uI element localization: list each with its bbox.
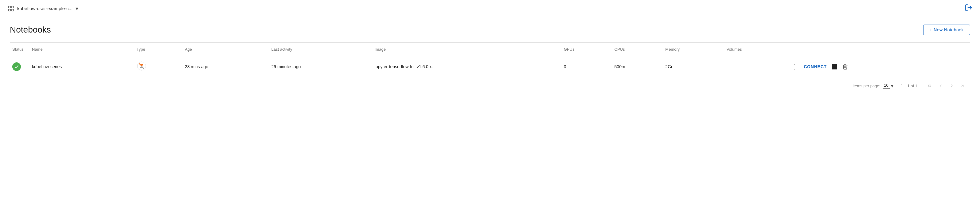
cell-memory: 2Gi: [662, 56, 723, 77]
per-page-value: 10: [883, 83, 889, 88]
cell-volumes: [723, 56, 786, 77]
namespace-label: kubeflow-user-example-c...: [17, 6, 73, 11]
col-cpus: CPUs: [611, 43, 662, 56]
namespace-dropdown-arrow[interactable]: ▾: [76, 5, 78, 12]
next-page-button[interactable]: [947, 81, 957, 91]
new-notebook-button[interactable]: + New Notebook: [923, 25, 970, 35]
table-row: kubeflow-series Jupyter: [10, 56, 970, 77]
per-page-dropdown-arrow: ▾: [891, 83, 893, 89]
items-per-page-control: Items per page: 10 ▾: [853, 83, 893, 89]
col-status: Status: [10, 43, 28, 56]
more-options-button[interactable]: ⋮: [790, 62, 799, 72]
col-volumes: Volumes: [723, 43, 786, 56]
connect-button[interactable]: CONNECT: [804, 64, 827, 69]
svg-point-8: [139, 63, 140, 65]
per-page-selector[interactable]: 10 ▾: [883, 83, 893, 89]
col-age: Age: [181, 43, 268, 56]
svg-rect-3: [12, 9, 14, 11]
cell-last-activity: 29 minutes ago: [268, 56, 371, 77]
page-content: Notebooks + New Notebook Status Name Typ…: [0, 17, 980, 94]
stop-button[interactable]: [832, 64, 837, 69]
cell-image: jupyter-tensorflow-full:v1.6.0-r...: [371, 56, 560, 77]
logout-button[interactable]: [965, 4, 973, 14]
svg-rect-1: [12, 6, 14, 8]
svg-text:Jupyter: Jupyter: [138, 65, 145, 67]
col-actions-header: [786, 43, 970, 56]
col-type: Type: [133, 43, 181, 56]
page-title: Notebooks: [10, 25, 51, 35]
cell-actions: ⋮ CONNECT: [786, 56, 970, 77]
prev-page-button[interactable]: [936, 81, 946, 91]
page-header: Notebooks + New Notebook: [10, 25, 970, 35]
svg-rect-2: [9, 9, 10, 11]
page-range: 1 – 1 of 1: [901, 84, 917, 88]
cell-cpus: 500m: [611, 56, 662, 77]
delete-button[interactable]: [842, 64, 848, 70]
items-per-page-label: Items per page:: [853, 84, 880, 88]
pagination-controls: [925, 81, 968, 91]
table-header: Status Name Type Age Last activity Image…: [10, 43, 970, 56]
notebooks-table: Status Name Type Age Last activity Image…: [10, 42, 970, 94]
first-page-button[interactable]: [925, 81, 935, 91]
col-gpus: GPUs: [560, 43, 611, 56]
svg-rect-0: [9, 6, 10, 8]
col-image: Image: [371, 43, 560, 56]
top-bar: kubeflow-user-example-c... ▾: [0, 0, 980, 17]
cell-name: kubeflow-series: [28, 56, 133, 77]
table-footer: Items per page: 10 ▾ 1 – 1 of 1: [10, 77, 970, 94]
col-last-activity: Last activity: [268, 43, 371, 56]
cell-age: 28 mins ago: [181, 56, 268, 77]
last-page-button[interactable]: [958, 81, 968, 91]
namespace-selector[interactable]: kubeflow-user-example-c... ▾: [7, 5, 78, 12]
jupyter-type-icon: Jupyter: [137, 61, 146, 71]
cell-type: Jupyter: [133, 56, 181, 77]
col-name: Name: [28, 43, 133, 56]
status-running-icon: [12, 62, 21, 71]
namespace-icon: [7, 5, 15, 12]
svg-point-9: [143, 68, 144, 69]
cell-gpus: 0: [560, 56, 611, 77]
cell-status: [10, 56, 28, 77]
col-memory: Memory: [662, 43, 723, 56]
